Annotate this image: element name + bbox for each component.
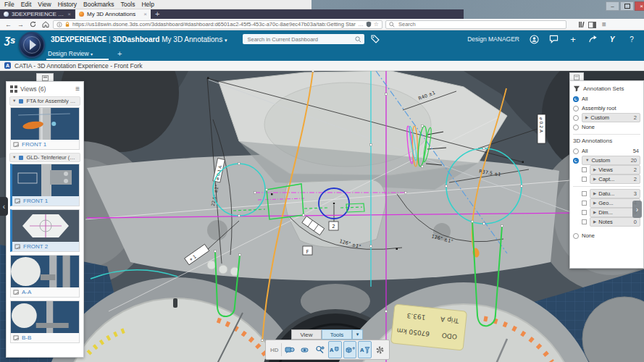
- hd-toggle[interactable]: HD: [268, 343, 282, 356]
- tag-icon[interactable]: [370, 34, 380, 44]
- home-icon[interactable]: [41, 20, 50, 29]
- apps-icon[interactable]: Y: [607, 34, 617, 44]
- expand-icon[interactable]: ▶: [593, 168, 596, 172]
- view-label-row[interactable]: FRONT 1: [11, 140, 79, 149]
- view-group-fta[interactable]: ▼ FTA for Assembly Co...: [9, 96, 80, 106]
- tracking-shield-icon[interactable]: [366, 21, 372, 28]
- tab-close-icon[interactable]: ×: [143, 11, 147, 17]
- 3d-viewport[interactable]: ODO 67050 km Trip A 193.3 R40 ±1 R37.5 ±…: [0, 71, 644, 362]
- category-datums[interactable]: ▶ Datu... 3: [582, 189, 640, 198]
- set-option-assembly-root[interactable]: Assembly root: [573, 104, 640, 113]
- view-label-row[interactable]: FRONT 2: [12, 242, 79, 251]
- view-group-gld[interactable]: ▼ GLD- TeInferieur (T F...: [9, 153, 80, 162]
- expand-icon[interactable]: ▶: [593, 201, 596, 206]
- page-actions-icon[interactable]: …: [358, 21, 364, 28]
- user-name[interactable]: Design MANAGER: [467, 35, 519, 43]
- view-label-row[interactable]: A-A: [11, 287, 79, 297]
- category-captures[interactable]: ▶ Capt... 2: [582, 174, 640, 184]
- annotations-option-all[interactable]: All 54: [573, 146, 640, 156]
- checkbox[interactable]: [582, 201, 587, 206]
- set-option-custom[interactable]: ▶ Custom 2: [573, 113, 640, 122]
- forward-button[interactable]: →: [16, 20, 25, 29]
- lock-warning-icon[interactable]: [64, 22, 70, 28]
- category-geometry[interactable]: ▶ Geo... 4: [582, 198, 640, 208]
- view-card-bb[interactable]: B-B: [10, 300, 80, 343]
- annotations-option-custom[interactable]: ▼ Custom 20: [573, 156, 640, 165]
- minimize-button[interactable]: –: [606, 1, 619, 11]
- dashboard-dropdown-icon[interactable]: ▾: [225, 38, 227, 43]
- back-button[interactable]: ←: [4, 20, 13, 29]
- share-icon[interactable]: [587, 34, 598, 44]
- reload-icon[interactable]: [28, 20, 38, 29]
- category-chip[interactable]: ▶ Views 2: [590, 165, 640, 174]
- expand-icon[interactable]: ▶: [593, 211, 596, 215]
- custom-set-chip[interactable]: ▶ Custom 2: [582, 113, 640, 122]
- tab-tools[interactable]: Tools: [322, 329, 352, 340]
- add-geometry-icon[interactable]: +: [343, 341, 357, 358]
- radio[interactable]: [573, 233, 579, 239]
- radio[interactable]: [573, 106, 579, 111]
- expand-icon[interactable]: ▶: [585, 116, 588, 120]
- profile-icon[interactable]: [529, 34, 539, 44]
- sidebar-toggle-icon[interactable]: [588, 18, 596, 31]
- close-button[interactable]: ×: [635, 1, 644, 11]
- expand-icon[interactable]: ▶: [593, 177, 596, 182]
- category-chip[interactable]: ▶ Capt... 2: [590, 174, 640, 184]
- tab-close-icon[interactable]: ×: [67, 11, 71, 17]
- help-icon[interactable]: ?: [627, 34, 637, 44]
- tab-dropdown-icon[interactable]: ▾: [91, 52, 93, 56]
- browser-tab-3dexperience[interactable]: 3DEXPERIENCE Platform ×: [0, 9, 75, 19]
- collaboration-icon[interactable]: [548, 34, 559, 44]
- menu-history[interactable]: History: [58, 1, 77, 8]
- category-views[interactable]: ▶ Views 2: [582, 165, 640, 174]
- new-tab-button[interactable]: +: [151, 9, 164, 19]
- category-dimensions[interactable]: ▶ Dim... 9: [582, 208, 640, 217]
- category-chip[interactable]: ▶ Notes 0: [590, 217, 640, 227]
- radio[interactable]: [573, 125, 579, 130]
- checkbox[interactable]: [582, 167, 587, 172]
- checkbox[interactable]: [582, 177, 587, 182]
- annotation-filter-icon[interactable]: A: [358, 341, 372, 358]
- set-option-none[interactable]: None: [573, 122, 640, 132]
- collapse-left-panel-button[interactable]: ‹: [0, 197, 8, 216]
- render-style-icon[interactable]: [283, 341, 297, 358]
- annotation-display-icon[interactable]: A: [328, 341, 342, 358]
- toolbar-collapse-icon[interactable]: ▾: [352, 329, 363, 340]
- collapse-icon[interactable]: ▼: [12, 99, 16, 104]
- collapse-icon[interactable]: ▼: [585, 159, 589, 163]
- url-bar[interactable]: https://us18swin.dsone.3ds.com/3ddashboa…: [53, 20, 382, 29]
- menu-help[interactable]: Help: [141, 1, 154, 8]
- view-card-front1-fta[interactable]: FRONT 1: [10, 107, 80, 150]
- radio[interactable]: [573, 115, 579, 121]
- checkbox[interactable]: [582, 191, 587, 196]
- category-chip[interactable]: ▶ Datu... 3: [590, 189, 640, 198]
- expand-icon[interactable]: ▶: [593, 220, 596, 224]
- expand-right-panel-button[interactable]: ›: [632, 201, 642, 218]
- browser-search-input[interactable]: [397, 20, 563, 28]
- dashboard-search-input[interactable]: [246, 35, 353, 43]
- compass-icon[interactable]: [19, 32, 45, 58]
- callout-f[interactable]: F: [303, 246, 312, 255]
- browser-menu-icon[interactable]: ≡: [602, 20, 606, 28]
- view-card-front2[interactable]: FRONT 2: [10, 209, 80, 252]
- browser-search[interactable]: [385, 20, 566, 29]
- expand-icon[interactable]: ▶: [593, 192, 596, 196]
- browser-tab-annotations[interactable]: My 3D Annotations ×: [75, 9, 151, 19]
- annotations-option-none[interactable]: None: [573, 231, 640, 240]
- maximize-button[interactable]: [620, 1, 634, 11]
- views-panel-menu-icon[interactable]: ≡: [75, 85, 80, 93]
- capture-icon[interactable]: [298, 341, 311, 358]
- view-card-aa[interactable]: A-A: [10, 255, 80, 298]
- settings-gear-icon[interactable]: [373, 341, 387, 358]
- dashboard-search[interactable]: [243, 34, 364, 44]
- view-card-front1-gld[interactable]: FRONT 1: [10, 164, 80, 206]
- radio[interactable]: [573, 148, 579, 154]
- add-icon[interactable]: +: [568, 34, 578, 44]
- dashboard-name[interactable]: My 3D Annotations: [162, 35, 222, 43]
- checkbox[interactable]: [582, 210, 587, 215]
- info-icon[interactable]: [57, 22, 62, 28]
- category-notes[interactable]: ▶ Notes 0: [582, 217, 640, 227]
- tab-design-review[interactable]: Design Review ▾: [48, 50, 93, 57]
- datum-frame[interactable]: ⌀ 0.2 A: [538, 114, 545, 143]
- bookmark-star-icon[interactable]: ☆: [374, 21, 379, 28]
